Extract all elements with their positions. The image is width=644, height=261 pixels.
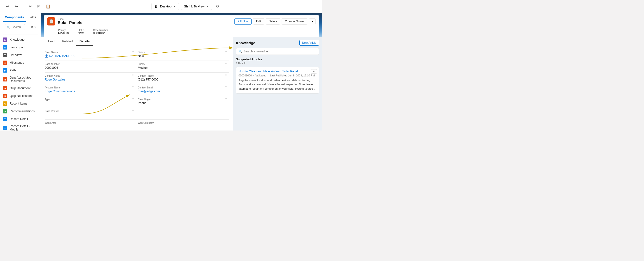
quip-associated-icon: ◉ [3, 77, 7, 81]
search-input[interactable] [12, 25, 23, 29]
priority-label: Priority [58, 29, 69, 31]
sidebar-item-label: Quip Document [10, 86, 30, 90]
sidebar-item-record-detail[interactable]: ☰ Record Detail [0, 115, 41, 123]
form-row-4: Account Name Edge Communications ✏ Conta… [45, 84, 229, 96]
status-detail-field: Status New ✏ [136, 51, 229, 59]
sidebar-item-label: Path [10, 69, 16, 72]
new-article-button[interactable]: New Article [300, 40, 319, 46]
case-owner-field: Case Owner 👤 NATHAN BARRAS ✏ [45, 51, 136, 59]
list-view-icon: ☰ [3, 53, 7, 57]
tab-components[interactable]: Components [3, 13, 26, 22]
contact-email-link[interactable]: rose@edge.com [138, 90, 160, 93]
sidebar-item-label: Recommendations [10, 110, 35, 113]
knowledge-header: Knowledge New Article [236, 40, 319, 46]
status-value: New [78, 31, 84, 35]
redo-button[interactable]: ↪ [13, 3, 20, 10]
delete-button[interactable]: Delete [266, 18, 280, 24]
priority-detail-field: Priority Medium ✏ [136, 63, 229, 70]
follow-button[interactable]: + Follow [234, 18, 252, 24]
contact-name-link[interactable]: Rose Gonzalez [45, 78, 65, 81]
case-number-value: 00001026 [93, 31, 108, 35]
two-column-layout: Feed Related Details Case Owner 👤 NATHAN… [41, 37, 322, 130]
sidebar-item-path[interactable]: ▶ Path [0, 67, 41, 74]
edit-icon-2: ✏ [225, 50, 227, 53]
sidebar-item-quip-associated[interactable]: ◉ Quip Associated Documents [0, 74, 41, 84]
sidebar-item-recent-items[interactable]: ⊙ Recent Items [0, 100, 41, 107]
shrink-select[interactable]: Shrink To View ▼ [181, 3, 212, 10]
tab-details[interactable]: Details [76, 37, 93, 46]
article-status: Validated [256, 74, 266, 77]
paste-button[interactable]: 📋 [44, 3, 52, 10]
sidebar-item-label: Knowledge [10, 38, 24, 41]
article-id: 000001000 [238, 74, 252, 77]
sidebar-item-launchpad[interactable]: ⊞ Launchpad [0, 43, 41, 51]
knowledge-panel: Knowledge New Article 🔍 Suggested Articl… [233, 37, 322, 96]
knowledge-title: Knowledge [236, 41, 255, 45]
shrink-label: Shrink To View [184, 4, 205, 8]
sidebar-search-box[interactable]: 🔍 [5, 24, 25, 30]
undo-button[interactable]: ↩ [4, 3, 11, 10]
sidebar-items: ⊞ Knowledge ⊞ Launchpad ☰ List View ◈ Mi… [0, 36, 41, 130]
edit-icon-7: ✏ [225, 85, 227, 88]
sidebar-item-label: Record Detail [10, 117, 28, 121]
case-number-label: Case Number [93, 29, 108, 31]
case-origin-field: Case Origin Phone ✏ [136, 98, 229, 106]
sidebar-item-label: Recent Items [10, 102, 28, 105]
result-count: 1 Result [236, 62, 319, 65]
launchpad-icon: ⊞ [3, 45, 7, 49]
recommendations-icon: ★ [3, 109, 7, 113]
monitor-icon: 🖥 [155, 4, 158, 8]
desktop-select[interactable]: 🖥 Desktop ▼ [152, 3, 179, 10]
sidebar-item-recommendations[interactable]: ★ Recommendations [0, 107, 41, 115]
quip-document-icon: ◉ [3, 86, 7, 90]
knowledge-search-box[interactable]: 🔍 [236, 48, 319, 55]
tab-fields[interactable]: Fields [26, 13, 38, 22]
record-detail-icon: ☰ [3, 117, 7, 121]
case-owner-link[interactable]: NATHAN BARRAS [49, 54, 74, 58]
case-title-block: Case Solar Panels [58, 17, 82, 25]
change-owner-button[interactable]: Change Owner [282, 18, 307, 24]
gear-chevron: ▾ [34, 25, 36, 29]
sidebar-item-record-detail-mobile[interactable]: ☰ Record Detail - Mobile [0, 123, 41, 130]
quip-notifications-icon: ◉ [3, 94, 7, 98]
sidebar-item-label: Record Detail - Mobile [10, 124, 38, 130]
search-icon-knowledge: 🔍 [238, 50, 242, 53]
search-icon: 🔍 [7, 26, 10, 29]
sidebar-item-list-view[interactable]: ☰ List View [0, 51, 41, 59]
chevron-down-icon-2: ▼ [206, 5, 209, 8]
empty-field [136, 110, 229, 118]
contact-name-field: Contact Name Rose Gonzalez ✏ [45, 74, 136, 82]
sidebar-item-milestones[interactable]: ◈ Milestones [0, 59, 41, 67]
gear-button[interactable]: ⚙ ▾ [28, 24, 38, 30]
form-row-7: Web Email Web Company [45, 120, 229, 130]
tab-feed[interactable]: Feed [45, 37, 59, 46]
desktop-label: Desktop [160, 4, 172, 8]
sidebar-item-quip-notifications[interactable]: ◉ Quip Notifications [0, 92, 41, 100]
sidebar: Components Fields 🔍 ⚙ ▾ ⊞ Knowledge ⊞ La… [0, 13, 41, 130]
tab-related[interactable]: Related [59, 37, 76, 46]
form-row-6: Case Reason ✏ [45, 108, 229, 120]
account-name-link[interactable]: Edge Communications [45, 90, 75, 93]
edit-button[interactable]: Edit [253, 18, 264, 24]
more-actions-button[interactable]: ▼ [309, 18, 316, 24]
sidebar-item-quip-document[interactable]: ◉ Quip Document [0, 84, 41, 92]
web-company-field: Web Company [136, 122, 229, 129]
case-label: Case [58, 17, 82, 20]
edit-icon-5: ✏ [225, 73, 227, 77]
case-name: Solar Panels [58, 20, 82, 25]
knowledge-search-input[interactable] [244, 50, 316, 53]
case-reason-field: Case Reason ✏ [45, 110, 136, 118]
sidebar-item-label: Milestones [10, 61, 24, 64]
article-title-link[interactable]: How to Clean and Maintain Your Solar Pan… [238, 70, 316, 73]
main-column: Feed Related Details Case Owner 👤 NATHAN… [41, 37, 233, 130]
path-icon: ▶ [3, 68, 7, 73]
article-dropdown-button[interactable]: ▼ [311, 69, 317, 73]
refresh-button[interactable]: ↻ [214, 3, 221, 10]
case-header-card: 📋 Case Solar Panels + Follow Edit Delete… [44, 15, 319, 27]
sidebar-item-knowledge[interactable]: ⊞ Knowledge [0, 36, 41, 43]
cut-button[interactable]: ✂ [27, 3, 34, 10]
edit-icon: ✏ [132, 50, 134, 53]
edit-icon-9: ✏ [225, 97, 227, 100]
edit-icon-8: ✏ [132, 97, 134, 100]
copy-button[interactable]: ⎘ [36, 3, 42, 10]
